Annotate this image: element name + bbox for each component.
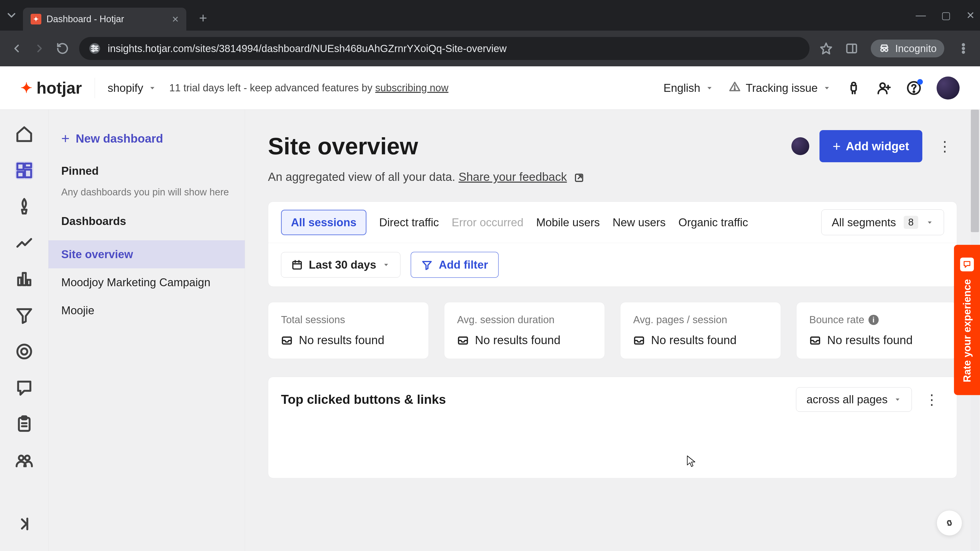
chat-bubble-icon (960, 258, 974, 272)
info-icon[interactable]: i (869, 315, 879, 325)
svg-marker-16 (708, 87, 711, 89)
incognito-badge[interactable]: Incognito (871, 40, 944, 57)
sidebar-item-site-overview[interactable]: Site overview (48, 240, 245, 268)
bookmark-star-icon[interactable] (820, 42, 832, 55)
close-tab-icon[interactable]: × (172, 14, 179, 25)
metric-value: No results found (475, 333, 560, 347)
metric-label: Bounce rate (809, 314, 864, 326)
rail-highlights-icon[interactable] (15, 197, 33, 216)
rail-funnels-icon[interactable] (15, 306, 33, 324)
metric-value: No results found (651, 333, 737, 347)
svg-marker-42 (928, 221, 932, 224)
site-picker[interactable]: shopify (108, 82, 156, 94)
rail-feedback-icon[interactable] (15, 379, 33, 397)
reload-button[interactable] (56, 42, 69, 55)
add-filter-button[interactable]: Add filter (410, 252, 499, 278)
pinned-heading: Pinned (61, 165, 232, 177)
sidebar-item-moojie[interactable]: Moojie (48, 297, 245, 324)
site-settings-icon[interactable] (89, 43, 100, 54)
new-dashboard-button[interactable]: + New dashboard (48, 122, 245, 154)
sidebar-item-moodjoy[interactable]: Moodjoy Marketing Campaign (48, 268, 245, 297)
segment-label: Error occurred (452, 216, 523, 229)
close-window-icon[interactable]: ✕ (966, 10, 975, 21)
rail-recordings-icon[interactable] (15, 342, 33, 361)
page-menu-icon[interactable]: ⋮ (932, 138, 957, 155)
app-header: ✦ hotjar shopify 11 trial days left - ke… (0, 66, 980, 110)
new-dashboard-label: New dashboard (76, 132, 163, 145)
segment-organic-traffic[interactable]: Organic traffic (678, 211, 748, 234)
rail-dashboards-icon[interactable] (15, 161, 33, 179)
svg-point-4 (95, 48, 97, 49)
rail-trends-icon[interactable] (15, 233, 33, 252)
segment-label: Mobile users (536, 216, 600, 229)
hotjar-favicon-icon: ✦ (30, 14, 41, 24)
all-segments-dropdown[interactable]: All segments 8 (821, 210, 944, 235)
svg-point-33 (21, 348, 27, 354)
segment-error-occurred[interactable]: Error occurred (452, 211, 523, 234)
owner-avatar[interactable] (791, 137, 809, 155)
metric-total-sessions: Total sessions No results found (268, 302, 429, 359)
widget-scope-picker[interactable]: across all pages (796, 387, 912, 412)
rail-heatmaps-icon[interactable] (15, 270, 33, 288)
language-label: English (663, 82, 700, 94)
trial-text: 11 trial days left - keep advanced featu… (169, 82, 375, 94)
rail-surveys-icon[interactable] (15, 415, 33, 433)
browser-tab-active[interactable]: ✦ Dashboard - Hotjar × (23, 8, 186, 30)
widget-scope-label: across all pages (807, 393, 888, 406)
rail-home-icon[interactable] (15, 125, 33, 143)
segment-all-sessions[interactable]: All sessions (281, 210, 366, 235)
filter-card: All sessions Direct traffic Error occurr… (268, 202, 957, 287)
svg-marker-19 (825, 87, 829, 89)
user-avatar[interactable] (937, 76, 959, 100)
language-picker[interactable]: English (663, 82, 714, 94)
rate-experience-label: Rate your experience (961, 279, 973, 383)
empty-inbox-icon (457, 334, 469, 346)
svg-rect-43 (293, 262, 301, 269)
sidebar-item-label: Moodjoy Marketing Campaign (61, 276, 210, 289)
share-link-button[interactable] (937, 510, 962, 536)
segment-label: New users (612, 216, 666, 229)
rate-experience-tab[interactable]: Rate your experience (954, 245, 980, 395)
date-range-picker[interactable]: Last 30 days (281, 252, 401, 278)
share-feedback-link[interactable]: Share your feedback (458, 170, 567, 183)
svg-point-5 (92, 50, 94, 52)
svg-point-14 (963, 51, 964, 53)
browser-menu-icon[interactable] (957, 42, 970, 55)
back-button[interactable] (10, 42, 23, 55)
all-segments-count: 8 (904, 216, 918, 229)
address-bar[interactable]: insights.hotjar.com/sites/3814994/dashbo… (79, 37, 810, 60)
minimize-icon[interactable]: — (916, 10, 926, 21)
svg-point-39 (25, 456, 30, 460)
help-icon[interactable] (907, 81, 921, 95)
svg-rect-30 (23, 273, 26, 285)
scrollbar-thumb[interactable] (971, 110, 979, 232)
side-panel-icon[interactable] (845, 42, 858, 55)
empty-inbox-icon (633, 334, 645, 346)
integrations-icon[interactable] (846, 81, 861, 95)
notification-dot-icon (917, 79, 923, 85)
segments-row: All sessions Direct traffic Error occurr… (268, 202, 957, 243)
tracking-issue-dropdown[interactable]: Tracking issue (729, 81, 831, 95)
browser-tabstrip: ✦ Dashboard - Hotjar × + — ▢ ✕ (0, 0, 980, 30)
segment-direct-traffic[interactable]: Direct traffic (379, 211, 439, 234)
rail-engage-icon[interactable] (15, 451, 33, 469)
new-tab-button[interactable]: + (199, 10, 207, 26)
tabs-search-caret[interactable] (5, 9, 18, 22)
svg-point-3 (92, 45, 94, 47)
maximize-icon[interactable]: ▢ (941, 10, 951, 21)
svg-rect-26 (25, 164, 31, 167)
widget-top-clicked: Top clicked buttons & links across all p… (268, 377, 957, 478)
metrics-row: Total sessions No results found Avg. ses… (268, 302, 957, 359)
window-controls: — ▢ ✕ (916, 10, 975, 21)
subscribe-link[interactable]: subscribing now (375, 82, 449, 94)
invite-user-icon[interactable] (877, 81, 891, 95)
svg-rect-29 (18, 278, 21, 285)
segment-label: Direct traffic (379, 216, 439, 229)
hotjar-logo[interactable]: ✦ hotjar (21, 79, 82, 97)
widget-menu-icon[interactable]: ⋮ (920, 391, 944, 408)
rail-expand-icon[interactable] (15, 515, 33, 533)
forward-button[interactable] (33, 42, 46, 55)
segment-new-users[interactable]: New users (612, 211, 666, 234)
add-widget-button[interactable]: + Add widget (819, 130, 922, 162)
segment-mobile-users[interactable]: Mobile users (536, 211, 600, 234)
